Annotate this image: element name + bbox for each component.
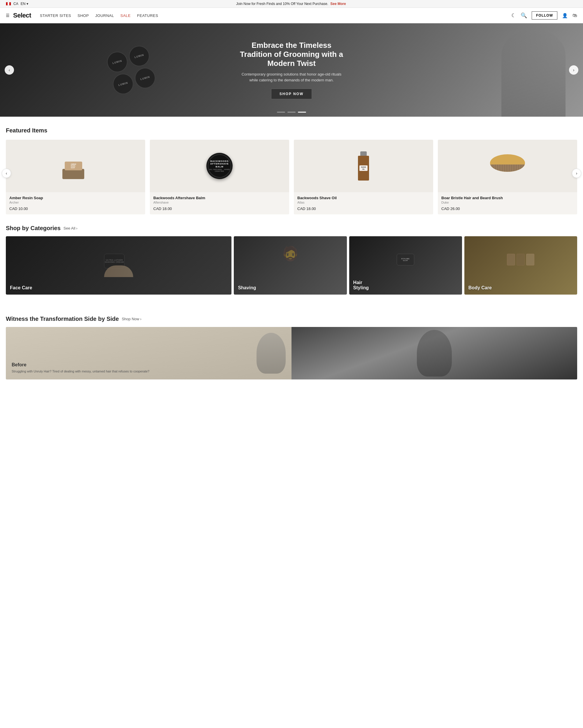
featured-grid: ‹ AMBERRESINSOAP Amber Resin Soap Archer… (6, 140, 577, 214)
styling-clay-label: STYLINGCLAY (401, 258, 410, 262)
menu-icon[interactable]: ☰ (6, 13, 10, 18)
chevron-right-icon: › (76, 226, 77, 230)
bottle-label: SHAVE OIL (359, 165, 368, 171)
tin-sublabel: ALL NATURAL · HAND CRAFTED (209, 168, 230, 172)
product-card-balm[interactable]: BACKWOODSAFTERSHAVEBALM ALL NATURAL · HA… (150, 140, 289, 214)
nav-starter-sites[interactable]: STARTER SITES (40, 14, 71, 18)
flag-icon (6, 2, 11, 5)
hero-dot-3[interactable] (298, 112, 306, 112)
transformation-card: Before Struggling with Unruly Hair? Tire… (6, 327, 577, 380)
hero-prev-arrow[interactable]: ‹ (5, 65, 14, 75)
product-image-brush (438, 140, 577, 192)
follow-button[interactable]: FOLLOW (532, 11, 557, 20)
shaving-bg: 🧔 Shaving (234, 236, 346, 294)
brush-visual (490, 154, 525, 178)
product-price-oil: CAD 18.00 (297, 207, 430, 211)
navbar: ☰ Select STARTER SITES SHOP JOURNAL SALE… (0, 8, 583, 23)
featured-section: Featured Items ‹ AMBERRESINSOAP Amber Re… (0, 117, 583, 225)
dark-mode-icon[interactable]: ☾ (511, 12, 516, 19)
tin-label: BACKWOODSAFTERSHAVEBALM (210, 160, 229, 168)
before-panel: Before Struggling with Unruly Hair? Tire… (6, 327, 292, 380)
brush-body (490, 154, 525, 172)
before-text-container: Before Struggling with Unruly Hair? Tire… (12, 362, 286, 374)
product-circle-3: LUMIN (111, 72, 136, 97)
bottle-body: SHAVE OIL (358, 156, 369, 181)
product-card-oil[interactable]: SHAVE OIL Backwoods Shave Oil Atlas CAD … (294, 140, 433, 214)
category-card-shaving[interactable]: 🧔 Shaving (234, 236, 346, 294)
categories-grid: ULTRA LATHERSHAVING CREAM Face Care 🧔 Sh… (6, 236, 577, 294)
categories-title: Shop by Categories (6, 225, 61, 232)
product-name-brush: Boar Bristle Hair and Beard Brush (441, 196, 574, 200)
carousel-next-arrow[interactable]: › (572, 168, 581, 178)
product-info-soap: Amber Resin Soap Archer CAD 10.00 (6, 192, 145, 214)
hero-content: Embrace the Timeless Tradition of Groomi… (233, 35, 350, 105)
product-name-balm: Backwoods Aftershave Balm (153, 196, 286, 200)
product-price-brush: CAD 26.00 (441, 207, 574, 211)
product-circles: LUMIN LUMIN LUMIN LUMIN (105, 44, 158, 96)
face-care-visual: ULTRA LATHERSHAVING CREAM (104, 254, 133, 277)
hero-banner: LUMIN LUMIN LUMIN LUMIN Embrace the Time… (0, 23, 583, 117)
product-card-brush[interactable]: Boar Bristle Hair and Beard Brush Duke C… (438, 140, 577, 214)
nav-journal[interactable]: JOURNAL (95, 14, 114, 18)
nav-sale[interactable]: SALE (120, 14, 131, 18)
face-care-bg: ULTRA LATHERSHAVING CREAM Face Care (6, 236, 231, 294)
hair-styling-label: HairStyling (353, 280, 369, 290)
carousel-prev-arrow[interactable]: ‹ (2, 168, 11, 178)
shaving-visual: 🧔 (282, 245, 299, 262)
hero-next-arrow[interactable]: › (569, 65, 578, 75)
product-brand-balm: Aftershave (153, 201, 286, 204)
product-card-soap[interactable]: AMBERRESINSOAP Amber Resin Soap Archer C… (6, 140, 145, 214)
balm-tin-visual: BACKWOODSAFTERSHAVEBALM ALL NATURAL · HA… (206, 153, 232, 179)
hair-styling-bg: STYLINGCLAY HairStyling (349, 236, 462, 294)
product-image-soap: AMBERRESINSOAP (6, 140, 145, 192)
user-icon[interactable]: 👤 (562, 13, 568, 18)
soap-box-1 (507, 254, 515, 265)
body-care-visual (507, 254, 534, 265)
nav-features[interactable]: FEATURES (137, 14, 158, 18)
hero-man-visual (501, 29, 565, 117)
shop-now-link[interactable]: Shop Now › (122, 317, 141, 321)
hero-title: Embrace the Timeless Tradition of Groomi… (239, 41, 344, 68)
shaving-label: Shaving (238, 285, 256, 290)
featured-title: Featured Items (6, 127, 577, 134)
shave-oil-visual: SHAVE OIL (357, 151, 370, 181)
product-info-brush: Boar Bristle Hair and Beard Brush Duke C… (438, 192, 577, 214)
hero-products-visual: LUMIN LUMIN LUMIN LUMIN (0, 23, 262, 117)
category-card-body-care[interactable]: Body Care (464, 236, 577, 294)
soap-box-3 (526, 254, 534, 265)
nav-shop[interactable]: SHOP (78, 14, 89, 18)
styling-clay-tin: STYLINGCLAY (397, 254, 414, 265)
product-circle-4: LUMIN (133, 66, 158, 91)
shop-now-label: Shop Now (122, 317, 139, 321)
nav-right: ☾ 🔍 FOLLOW 👤 🛍 (511, 11, 577, 20)
country-label[interactable]: CA (13, 2, 18, 6)
see-all-link[interactable]: See All › (63, 226, 78, 230)
product-circle-1: LUMIN (105, 50, 130, 75)
shop-now-arrow-icon: › (140, 317, 141, 321)
before-label: Before (12, 362, 286, 367)
hero-dot-1[interactable] (277, 112, 285, 112)
body-care-bg: Body Care (464, 236, 577, 294)
promo-bar: Join Now for Fresh Finds and 10% Off You… (28, 2, 554, 6)
soap-box-2 (517, 254, 525, 265)
hair-styling-visual: STYLINGCLAY (397, 254, 414, 265)
product-info-oil: Backwoods Shave Oil Atlas CAD 18.00 (294, 192, 433, 214)
soap-bar-top: AMBERRESINSOAP (65, 162, 82, 170)
promo-link[interactable]: See More (330, 2, 346, 6)
before-text: Struggling with Unruly Hair? Tired of de… (12, 369, 286, 374)
product-brand-brush: Duke (441, 201, 574, 204)
transformation-title: Witness the Transformation Side by Side (6, 316, 119, 322)
hero-dot-2[interactable] (287, 112, 296, 112)
category-card-face-care[interactable]: ULTRA LATHERSHAVING CREAM Face Care (6, 236, 231, 294)
logo[interactable]: Select (13, 12, 31, 19)
hero-cta-button[interactable]: SHOP NOW (271, 89, 312, 99)
search-icon[interactable]: 🔍 (521, 12, 527, 19)
language-label[interactable]: EN ▾ (21, 2, 28, 6)
top-bar: CA EN ▾ Join Now for Fresh Finds and 10%… (0, 0, 583, 8)
category-card-hair-styling[interactable]: STYLINGCLAY HairStyling (349, 236, 462, 294)
cart-icon[interactable]: 🛍 (573, 13, 577, 18)
product-circle-2: LUMIN (127, 44, 152, 69)
after-panel (292, 327, 577, 380)
transformation-header: Witness the Transformation Side by Side … (6, 316, 577, 322)
nav-links: STARTER SITES SHOP JOURNAL SALE FEATURES (40, 14, 511, 18)
